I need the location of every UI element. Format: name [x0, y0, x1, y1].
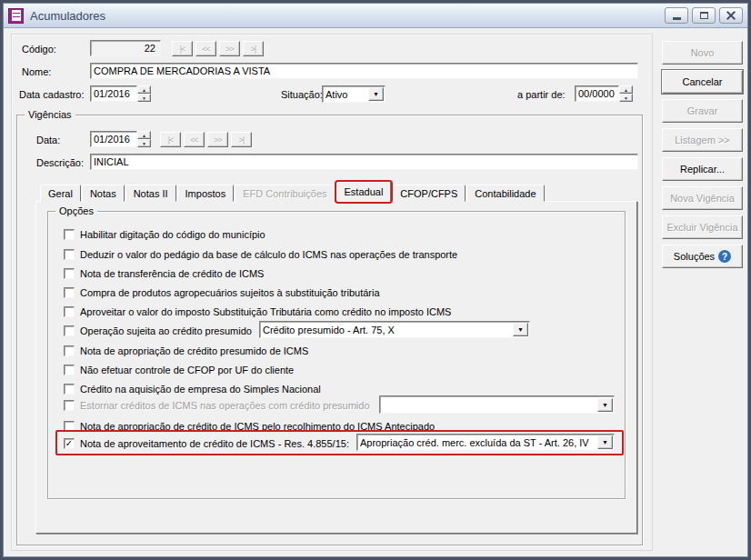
help-icon: ?: [718, 250, 731, 263]
option-row-nao-efetuar-cfop: Não efetuar controle de CFOP por UF do c…: [64, 364, 294, 376]
vigencia-data-label: Data:: [36, 135, 60, 145]
maximize-button[interactable]: [692, 7, 716, 24]
data-cadastro-label: Data cadastro:: [19, 89, 85, 100]
descricao-label: Descrição:: [36, 157, 84, 168]
chevron-down-icon[interactable]: [597, 435, 613, 449]
aproveitamento-credito-select[interactable]: Apropriação créd. merc. excluída da ST -…: [356, 434, 615, 451]
option-row-estornar-creditos: Estornar créditos de ICMS nas operações …: [64, 399, 370, 412]
tab-notas[interactable]: Notas: [82, 185, 125, 202]
novo-button[interactable]: Novo: [662, 41, 743, 65]
spin-down-icon[interactable]: [137, 139, 151, 147]
option-row-habilitar-municipio: Habilitar digitação do código do municíp…: [64, 228, 265, 241]
option-row-credito-simples-nacional: Crédito na aquisição de empresa do Simpl…: [64, 383, 321, 395]
last-record-button[interactable]: >|: [243, 41, 264, 56]
close-icon: [726, 11, 736, 20]
situacao-label: Situação:: [281, 89, 323, 100]
first-record-button[interactable]: |<: [172, 41, 193, 56]
option-row-nota-transferencia: Nota de transferência de crédito de ICMS: [64, 267, 264, 280]
option-row-compra-agropecuarios: Compra de produtos agropecuários sujeito…: [64, 286, 380, 299]
estornar-creditos-select[interactable]: [379, 395, 615, 414]
checkbox[interactable]: ✓: [64, 438, 75, 449]
chevron-down-icon[interactable]: [368, 87, 384, 101]
data-cadastro-spinner[interactable]: 01/2016: [90, 85, 151, 102]
last-vigencia-button[interactable]: >|: [231, 132, 252, 147]
close-button[interactable]: [719, 7, 743, 24]
spin-up-icon[interactable]: [619, 85, 633, 94]
first-vigencia-button[interactable]: |<: [160, 132, 181, 147]
checkbox[interactable]: [64, 421, 75, 432]
next-vigencia-button[interactable]: >>: [207, 132, 228, 147]
app-document-icon: [8, 8, 24, 24]
dialog-body: Código: 22 |< << >> >| Nome: COMPRA DE M…: [4, 29, 747, 556]
checkbox[interactable]: [64, 365, 75, 375]
tab-contabilidade[interactable]: Contabilidade: [466, 185, 544, 202]
excluir-vigencia-button[interactable]: Excluir Vigência: [662, 215, 743, 239]
chevron-down-icon[interactable]: [513, 323, 528, 336]
title-bar[interactable]: Acumuladores: [4, 4, 747, 28]
tab-cfop-cfps[interactable]: CFOP/CFPS: [392, 185, 466, 202]
vigencia-nav: |< << >> >|: [160, 132, 252, 147]
nova-vigencia-button[interactable]: Nova Vigência: [662, 186, 743, 210]
vigencia-data-spinner[interactable]: 01/2016: [90, 131, 151, 147]
acumuladores-window: Acumuladores Código: 22 |< << >> >| Nome…: [0, 0, 751, 560]
credito-presumido-select[interactable]: Crédito presumido - Art. 75, X: [259, 321, 530, 338]
situacao-select[interactable]: Ativo: [322, 85, 386, 103]
option-row-apropriacao-presumido: Nota de apropriação de crédito presumido…: [64, 345, 308, 357]
maximize-icon: [700, 12, 708, 19]
spin-down-icon[interactable]: [137, 94, 151, 102]
replicar-button[interactable]: Replicar...: [662, 157, 743, 181]
option-row-deduzir-pedagio: Deduzir o valor do pedágio da base de cá…: [64, 248, 457, 261]
previous-vigencia-button[interactable]: <<: [184, 132, 205, 147]
chevron-down-icon[interactable]: [597, 398, 613, 412]
solucoes-button[interactable]: Soluções ?: [662, 245, 743, 268]
descricao-field[interactable]: INICIAL: [90, 154, 638, 170]
record-nav: |< << >> >|: [172, 41, 264, 56]
checkbox[interactable]: [64, 325, 75, 336]
checkbox[interactable]: [64, 400, 75, 411]
tab-strip: Geral Notas Notas II Impostos EFD Contri…: [40, 182, 546, 202]
window-title: Acumuladores: [30, 9, 105, 23]
checkbox[interactable]: [64, 249, 75, 260]
option-row-aproveitamento-res-4855: ✓Nota de aproveitamento de crédito de IC…: [64, 437, 349, 450]
spin-up-icon[interactable]: [137, 131, 151, 139]
spin-up-icon[interactable]: [137, 85, 151, 94]
checkbox[interactable]: [64, 345, 75, 356]
codigo-field[interactable]: 22: [90, 40, 161, 56]
checkbox[interactable]: [64, 384, 75, 395]
nome-field[interactable]: COMPRA DE MERCADORIAS A VISTA: [90, 63, 638, 79]
tab-estadual[interactable]: Estadual: [336, 182, 392, 202]
spin-down-icon[interactable]: [619, 94, 633, 102]
tab-efd-contribuicoes[interactable]: EFD Contribuições: [235, 185, 335, 202]
cancelar-button[interactable]: Cancelar: [662, 70, 743, 94]
tab-geral[interactable]: Geral: [40, 185, 81, 202]
listagem-button[interactable]: Listagem >>: [662, 128, 743, 152]
checkbox[interactable]: [64, 268, 75, 279]
checkbox[interactable]: [64, 306, 75, 317]
tab-notas-ii[interactable]: Notas II: [125, 185, 176, 202]
minimize-button[interactable]: [665, 7, 688, 24]
vigencias-legend: Vigências: [25, 109, 75, 120]
checkbox[interactable]: [64, 229, 75, 240]
codigo-label: Código:: [22, 44, 56, 55]
gravar-button[interactable]: Gravar: [662, 99, 743, 123]
opcoes-legend: Opções: [55, 205, 97, 216]
a-partir-de-spinner[interactable]: 00/0000: [575, 85, 633, 102]
next-record-button[interactable]: >>: [219, 41, 240, 56]
option-row-icms-antecipado: Nota de apropriação de crédito de ICMS p…: [64, 420, 435, 433]
option-row-aproveitar-st: Aproveitar o valor do imposto Substituiç…: [64, 305, 451, 318]
a-partir-de-label: a partir de:: [517, 89, 566, 100]
minimize-icon: [673, 17, 681, 20]
tab-impostos[interactable]: Impostos: [177, 185, 235, 202]
option-row-credito-presumido: Operação sujeita ao crédito presumido: [64, 325, 252, 337]
previous-record-button[interactable]: <<: [195, 41, 216, 56]
nome-label: Nome:: [22, 66, 51, 77]
checkbox[interactable]: [64, 287, 75, 298]
